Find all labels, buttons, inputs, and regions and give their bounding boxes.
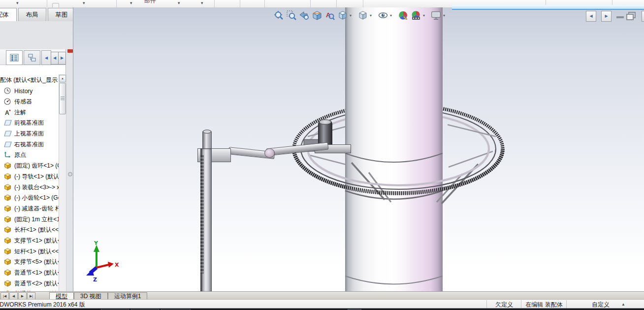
- command-tab-0[interactable]: 装配体: [0, 8, 17, 21]
- component-icon: [4, 216, 12, 223]
- previous-view-icon[interactable]: [298, 9, 311, 22]
- component-icon: [4, 248, 12, 255]
- history-icon: [4, 87, 12, 95]
- dropdown-caret-icon[interactable]: ▾: [83, 0, 85, 5]
- scrollbar-thumb[interactable]: [59, 83, 66, 114]
- previous-pane-button[interactable]: ◀: [586, 11, 596, 22]
- custom-status-button[interactable]: 自定义: [581, 301, 620, 309]
- tree-item-15[interactable]: 短杆<1> (默认<<默: [0, 246, 59, 257]
- sensor-icon: [4, 98, 12, 105]
- tree-item-11[interactable]: (-) 减速器-齿轮 杆<1: [0, 204, 59, 214]
- tree-item-14[interactable]: 支撑节<1> (默认<<: [0, 236, 59, 246]
- column-cylinder: [345, 7, 443, 291]
- plane-icon: [4, 130, 12, 138]
- scroll-up-icon[interactable]: ▲: [59, 75, 66, 82]
- ribbon-button-label[interactable]: 部件: [144, 0, 156, 5]
- feature-tree-list: History传感器A注解前视基准面上视基准面右视基准面原点(固定) 齿环<1>…: [0, 86, 59, 300]
- dropdown-caret-icon[interactable]: ▾: [390, 13, 392, 18]
- taskbar-sliver: [0, 308, 644, 310]
- pane-scroll-left-button[interactable]: ◀: [51, 52, 59, 65]
- zoom-to-fit-icon[interactable]: [272, 9, 285, 22]
- tree-item-label: 上视基准面: [14, 130, 44, 138]
- minimize-button[interactable]: [616, 16, 624, 18]
- graphics-viewport[interactable]: Y X Z: [73, 7, 644, 291]
- tree-item-17[interactable]: 普通节<1> (默认<<: [0, 268, 59, 278]
- plane-icon: [4, 119, 12, 127]
- window-top-edge: [452, 5, 644, 10]
- dropdown-caret-icon[interactable]: ▾: [443, 13, 445, 18]
- tree-item-label: (-) 减速器-齿轮 杆<1: [14, 205, 59, 213]
- editing-state-text: 在编辑 装配体: [523, 301, 565, 309]
- panel-splitter-handle[interactable]: [68, 172, 72, 176]
- tree-item-10[interactable]: (-) 小齿轮<1> (Gea: [0, 193, 59, 204]
- display-style-icon[interactable]: [356, 9, 369, 22]
- tree-item-8[interactable]: (-) 导轨<1> (默认<: [0, 172, 59, 182]
- tree-item-label: 长杆<1> (默认<<默: [14, 226, 59, 234]
- dropdown-caret-icon[interactable]: ▾: [201, 0, 203, 5]
- component-icon: [4, 280, 12, 287]
- propertymanager-tab[interactable]: [24, 50, 40, 65]
- tree-item-label: (固定) 齿环<1> (Ge: [14, 162, 59, 170]
- close-button[interactable]: [642, 11, 644, 22]
- tree-item-label: (-) 装载台<3>-> x (: [14, 183, 59, 192]
- tree-item-label: 传感器: [14, 98, 32, 106]
- status-bar: SOLIDWORKS Premium 2016 x64 版 欠定义 在编辑 装配…: [0, 299, 644, 309]
- tree-item-6[interactable]: 原点: [0, 150, 59, 161]
- tree-item-label: 右视基准面: [14, 140, 44, 149]
- dropdown-caret-icon[interactable]: ▾: [178, 0, 180, 5]
- tree-item-16[interactable]: 支撑节<5> (默认<<: [0, 257, 59, 268]
- panel-tab-overflow[interactable]: ◀: [41, 50, 51, 65]
- tree-item-3[interactable]: 前视基准面: [0, 118, 59, 129]
- tree-vertical-scrollbar[interactable]: ▲ ▼: [59, 74, 66, 303]
- tree-item-2[interactable]: A注解: [0, 107, 59, 118]
- tree-item-5[interactable]: 右视基准面: [0, 139, 59, 150]
- dropdown-caret-icon[interactable]: ▾: [370, 13, 372, 18]
- define-state-text: 欠定义: [488, 301, 520, 309]
- tree-item-9[interactable]: (-) 装载台<3>-> x (: [0, 182, 59, 193]
- component-icon: [4, 173, 12, 180]
- component-icon: [4, 226, 12, 234]
- tree-root-assembly[interactable]: 装配体 (默认<默认_显示: [0, 74, 59, 85]
- command-tab-1[interactable]: 布局: [18, 8, 46, 21]
- next-pane-button[interactable]: ▶: [601, 11, 612, 22]
- tree-item-label: 前视基准面: [14, 119, 44, 127]
- view-orientation-icon[interactable]: [336, 9, 349, 22]
- tree-item-18[interactable]: 普通节<2> (默认<<: [0, 278, 59, 289]
- pane-scroll-right-button[interactable]: ▶: [58, 52, 66, 65]
- tree-item-label: (-) 小齿轮<1> (Gea: [14, 194, 59, 202]
- tree-item-label: 支撑节<1> (默认<<: [14, 237, 59, 245]
- view-settings-icon[interactable]: [430, 9, 443, 22]
- heads-up-toolbar: A ▾ ▾ ▾ ▾ ▾: [272, 9, 447, 22]
- edit-appearance-icon[interactable]: [397, 9, 410, 22]
- tree-item-label: 支撑节<5> (默认<<: [14, 258, 59, 266]
- command-tab-2[interactable]: 草图: [48, 8, 76, 21]
- featuremanager-tree-tab[interactable]: [6, 50, 23, 65]
- component-icon: [4, 184, 12, 191]
- section-view-icon[interactable]: [311, 9, 323, 22]
- custom-status-caret-icon[interactable]: ▲: [621, 302, 625, 307]
- zoom-to-area-icon[interactable]: [285, 9, 298, 22]
- dropdown-caret-icon[interactable]: ▾: [423, 13, 425, 18]
- tree-item-4[interactable]: 上视基准面: [0, 129, 59, 139]
- app-version-text: SOLIDWORKS Premium 2016 x64 版: [0, 301, 85, 309]
- pushpin-red-icon[interactable]: [67, 49, 73, 53]
- tree-item-13[interactable]: 长杆<1> (默认<<默: [0, 225, 59, 236]
- coordinate-triad: Y X Z: [79, 239, 124, 283]
- tree-item-0[interactable]: History: [0, 86, 59, 97]
- plane-icon: [4, 141, 12, 148]
- origin-icon: [4, 151, 12, 159]
- tree-item-7[interactable]: (固定) 齿环<1> (Ge: [0, 161, 59, 172]
- restore-button[interactable]: [626, 12, 635, 19]
- feature-panel: ◀ ◀ ▶ 装配体 (默认<默认_显示 History传感器A注解前视基准面上视…: [0, 21, 73, 291]
- document-tab-bar: |◀◀▶▶|模型3D 视图运动算例1: [0, 291, 644, 300]
- view-annotations-icon[interactable]: A: [323, 9, 336, 22]
- hide-show-items-icon[interactable]: [377, 9, 389, 22]
- dropdown-caret-icon[interactable]: ▾: [16, 0, 19, 5]
- component-icon: [4, 237, 12, 244]
- arm-long-segment: [266, 142, 329, 156]
- dropdown-caret-icon[interactable]: ▾: [130, 0, 132, 5]
- tree-item-1[interactable]: 传感器: [0, 97, 59, 107]
- tree-item-12[interactable]: (固定) 1m 立柱<1>: [0, 214, 59, 225]
- apply-scene-icon[interactable]: [410, 9, 422, 22]
- dropdown-caret-icon[interactable]: ▾: [350, 13, 352, 18]
